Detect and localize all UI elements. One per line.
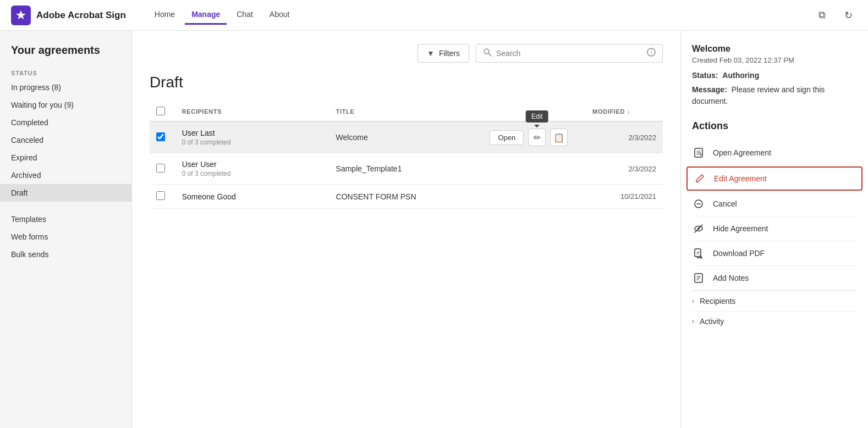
app-logo-icon bbox=[11, 5, 31, 25]
download-pdf-icon bbox=[692, 247, 705, 260]
row-checkbox-3[interactable] bbox=[156, 191, 165, 200]
open-agreement-label: Open Agreement bbox=[713, 148, 771, 157]
top-nav: Adobe Acrobat Sign Home Manage Chat Abou… bbox=[0, 0, 868, 31]
main-nav: Home Manage Chat About bbox=[148, 5, 296, 25]
action-hide-agreement[interactable]: Hide Agreement bbox=[692, 216, 857, 241]
row-checkbox-1[interactable] bbox=[156, 132, 165, 141]
panel-doc-title: Welcome bbox=[692, 44, 857, 54]
sidebar-item-draft[interactable]: Draft bbox=[0, 184, 131, 202]
add-notes-icon bbox=[692, 271, 705, 285]
open-agreement-icon bbox=[692, 146, 705, 159]
hide-agreement-icon bbox=[692, 222, 705, 235]
recipients-label: Recipients bbox=[700, 297, 735, 305]
panel-actions-title: Actions bbox=[692, 120, 857, 132]
content-area: ▼ Filters i Draft bbox=[132, 31, 681, 428]
search-input[interactable] bbox=[496, 49, 642, 58]
panel-status: Status: Authoring bbox=[692, 71, 857, 80]
modified-cell-3: 10/21/2021 bbox=[586, 185, 663, 209]
sidebar-page-title: Your agreements bbox=[0, 44, 131, 65]
notes-button-1[interactable]: 📋 bbox=[550, 129, 568, 146]
logo-area: Adobe Acrobat Sign bbox=[11, 5, 126, 25]
sidebar-item-archived[interactable]: Archived bbox=[0, 166, 131, 184]
main-container: Your agreements STATUS In progress (8) W… bbox=[0, 31, 868, 428]
sidebar-item-bulk-sends[interactable]: Bulk sends bbox=[0, 246, 131, 263]
header-actions: ▼ Filters i bbox=[417, 44, 663, 63]
recipient-sub-1: 0 of 3 completed bbox=[182, 138, 323, 146]
modified-cell-1: 2/3/2022 bbox=[586, 121, 663, 153]
action-cancel[interactable]: Cancel bbox=[692, 192, 857, 216]
svg-text:i: i bbox=[651, 49, 652, 55]
tooltip-arrow bbox=[534, 125, 540, 130]
table-row: User User 0 of 3 completed Sample_Templa… bbox=[150, 153, 663, 185]
recipient-name-2: User User bbox=[182, 160, 323, 169]
recipient-name-1: User Last bbox=[182, 129, 323, 137]
title-cell-1: Welcome bbox=[329, 121, 484, 153]
download-pdf-label: Download PDF bbox=[713, 249, 765, 258]
sidebar-item-web-forms[interactable]: Web forms bbox=[0, 228, 131, 246]
nav-about[interactable]: About bbox=[263, 5, 296, 25]
panel-message: Message: Please review and sign this doc… bbox=[692, 84, 857, 107]
right-panel: Welcome Created Feb 03, 2022 12:37 PM St… bbox=[681, 31, 868, 428]
sidebar-status-label: STATUS bbox=[0, 65, 131, 79]
edit-tooltip: Edit bbox=[526, 110, 548, 123]
agreements-header: ▼ Filters i bbox=[150, 44, 663, 63]
edit-icon: ✏ bbox=[534, 132, 541, 143]
action-download-pdf[interactable]: Download PDF bbox=[692, 241, 857, 266]
col-header-title: TITLE bbox=[329, 102, 484, 121]
recipient-name-3: Someone Good bbox=[182, 192, 323, 201]
edit-button-1[interactable]: Edit ✏ bbox=[528, 129, 546, 146]
filter-label: Filters bbox=[439, 49, 460, 58]
recipient-sub-2: 0 of 3 completed bbox=[182, 170, 323, 177]
cancel-label: Cancel bbox=[713, 199, 737, 208]
expand-activity[interactable]: › Activity bbox=[692, 311, 857, 331]
chevron-activity-icon: › bbox=[692, 318, 694, 325]
info-icon[interactable]: i bbox=[647, 48, 656, 59]
nav-chat[interactable]: Chat bbox=[230, 5, 260, 25]
cancel-icon bbox=[692, 197, 705, 210]
sidebar-item-completed[interactable]: Completed bbox=[0, 114, 131, 131]
col-header-modified: MODIFIED ↓ bbox=[586, 102, 663, 121]
edit-agreement-label: Edit Agreement bbox=[714, 174, 767, 183]
table-header: RECIPIENTS TITLE MODIFIED ↓ bbox=[150, 102, 663, 121]
svg-rect-8 bbox=[695, 249, 701, 257]
activity-label: Activity bbox=[700, 317, 724, 326]
search-icon bbox=[483, 48, 492, 59]
refresh-icon-btn[interactable]: ↻ bbox=[839, 7, 857, 24]
open-button-1[interactable]: Open bbox=[490, 130, 524, 145]
filter-icon: ▼ bbox=[427, 49, 435, 58]
row-actions-1: Open Edit ✏ 📋 bbox=[490, 129, 579, 146]
panel-status-value: Authoring bbox=[722, 71, 759, 80]
sidebar-item-expired[interactable]: Expired bbox=[0, 149, 131, 166]
panel-created-date: Created Feb 03, 2022 12:37 PM bbox=[692, 56, 857, 64]
sidebar-item-waiting[interactable]: Waiting for you (9) bbox=[0, 96, 131, 114]
sidebar-item-canceled[interactable]: Canceled bbox=[0, 131, 131, 149]
nav-manage[interactable]: Manage bbox=[185, 5, 227, 25]
edit-agreement-icon bbox=[693, 172, 706, 185]
action-add-notes[interactable]: Add Notes bbox=[692, 266, 857, 291]
filter-button[interactable]: ▼ Filters bbox=[417, 44, 469, 63]
add-notes-label: Add Notes bbox=[713, 274, 749, 282]
table-row: Someone Good CONSENT FORM PSN 10/21/2021 bbox=[150, 185, 663, 209]
agreements-table: RECIPIENTS TITLE MODIFIED ↓ bbox=[150, 102, 663, 209]
panel-message-label: Message: bbox=[692, 85, 727, 94]
sidebar-item-templates[interactable]: Templates bbox=[0, 210, 131, 228]
svg-line-1 bbox=[488, 53, 491, 56]
nav-home[interactable]: Home bbox=[148, 5, 182, 25]
col-header-recipients: RECIPIENTS bbox=[175, 102, 329, 121]
title-cell-3: CONSENT FORM PSN bbox=[329, 185, 484, 209]
title-cell-2: Sample_Template1 bbox=[329, 153, 484, 185]
row-checkbox-2[interactable] bbox=[156, 164, 165, 173]
window-icon-btn[interactable]: ⧉ bbox=[813, 7, 831, 24]
action-open-agreement[interactable]: Open Agreement bbox=[692, 141, 857, 165]
nav-right-icons: ⧉ ↻ bbox=[813, 7, 857, 24]
action-edit-agreement[interactable]: Edit Agreement bbox=[686, 166, 862, 191]
app-name: Adobe Acrobat Sign bbox=[36, 10, 126, 21]
panel-status-label: Status: bbox=[692, 71, 718, 80]
expand-recipients[interactable]: › Recipients bbox=[692, 291, 857, 311]
select-all-checkbox[interactable] bbox=[156, 107, 165, 115]
notes-icon: 📋 bbox=[553, 132, 564, 143]
chevron-recipients-icon: › bbox=[692, 297, 694, 305]
modified-cell-2: 2/3/2022 bbox=[586, 153, 663, 185]
sidebar-item-in-progress[interactable]: In progress (8) bbox=[0, 79, 131, 96]
table-body: User Last 0 of 3 completed Welcome Open … bbox=[150, 121, 663, 209]
